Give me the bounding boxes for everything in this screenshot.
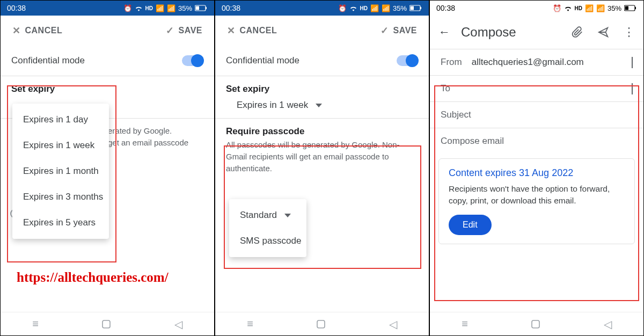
expiry-option-1month[interactable]: Expires in 1 month [12,158,109,184]
battery-icon [409,5,422,11]
check-icon: ✓ [166,25,174,36]
status-icons: ⏰ HD 📶 📶 35% [338,4,422,12]
nav-home-icon[interactable] [102,320,111,328]
watermark-url: https://alltechqueries.com/ [17,270,169,285]
confidential-toggle[interactable] [397,55,418,66]
more-icon[interactable]: ⋮ [623,25,635,39]
volte-icon: HD [360,5,368,11]
chevron-down-icon [632,83,633,94]
status-icons: ⏰ HD 📶 📶 35% [123,4,208,12]
send-icon[interactable] [597,26,609,38]
expiry-dropdown[interactable]: Expires in 1 week [215,97,429,118]
svg-rect-7 [317,320,325,328]
status-bar: 00:38 ⏰ HD 📶 📶 35% [430,1,643,16]
expiry-option-1week[interactable]: Expires in 1 week [12,133,109,158]
confidential-expires-title: Content expires 31 Aug 2022 [449,167,625,179]
phone-screenshot-2: 00:38 ⏰ HD 📶 📶 35% ✕ CANCEL ✓ SAVE Confi… [215,0,429,336]
expiry-option-3months[interactable]: Expires in 3 months [12,184,109,210]
body-row[interactable]: Compose email [430,128,643,154]
passcode-option-sms[interactable]: SMS passcode [229,228,306,254]
wifi-icon [349,5,357,11]
alarm-icon: ⏰ [123,4,132,12]
status-icons: ⏰ HD 📶 📶 35% [553,4,637,12]
passcode-title: Require passcode [215,119,429,139]
set-expiry-title: Set expiry [1,76,214,97]
signal-icon: 📶 [370,4,379,12]
nav-home-icon[interactable] [531,320,540,328]
action-bar: ✕ CANCEL ✓ SAVE [215,16,429,46]
cancel-button[interactable]: ✕ CANCEL [227,25,277,36]
volte-icon: HD [145,5,153,11]
save-button[interactable]: ✓ SAVE [380,25,417,36]
confidential-expires-desc: Recipients won't have the option to forw… [449,183,625,206]
caret-down-icon [284,214,291,217]
battery-text: 35% [393,4,407,12]
close-icon: ✕ [227,25,236,36]
attach-icon[interactable] [572,26,583,38]
cancel-button[interactable]: ✕ CANCEL [12,25,62,36]
edit-button[interactable]: Edit [449,215,492,235]
svg-rect-11 [532,320,539,328]
passcode-menu: Standard SMS passcode [229,199,306,257]
phone-screenshot-1: 00:38 ⏰ HD 📶 📶 35% ✕ CANCEL ✓ SAVE Confi… [0,0,215,336]
svg-rect-2 [196,6,200,10]
nav-recent-icon[interactable]: ≡ [32,318,39,330]
confidential-info-box: Content expires 31 Aug 2022 Recipients w… [438,158,635,244]
battery-text: 35% [178,4,192,12]
subject-placeholder: Subject [441,109,471,120]
svg-rect-3 [103,320,110,328]
caret-down-icon [316,104,322,107]
svg-rect-10 [625,6,629,10]
check-icon: ✓ [380,25,389,36]
passcode-option-standard[interactable]: Standard [229,202,306,228]
compose-title: Compose [461,25,561,40]
confidential-mode-row: Confidential mode [215,46,429,76]
to-row[interactable]: To [430,76,643,101]
battery-icon [195,5,208,11]
nav-recent-icon[interactable]: ≡ [247,318,253,330]
expiry-menu: Expires in 1 day Expires in 1 week Expir… [12,104,109,239]
compose-header: ← Compose ⋮ [430,16,643,49]
chevron-down-icon [632,57,633,68]
status-time: 00:38 [436,4,455,12]
nav-back-icon[interactable]: ◁ [174,318,182,331]
nav-recent-icon[interactable]: ≡ [462,318,468,330]
nav-home-icon[interactable] [317,320,325,328]
nav-back-icon[interactable]: ◁ [604,318,612,331]
confidential-label: Confidential mode [11,55,85,66]
back-icon[interactable]: ← [438,25,450,39]
svg-rect-1 [206,7,207,9]
confidential-toggle[interactable] [182,55,203,66]
from-label: From [441,57,462,68]
svg-rect-9 [635,7,636,9]
battery-text: 35% [608,4,621,12]
alarm-icon: ⏰ [553,4,561,12]
confidential-label: Confidential mode [226,55,299,66]
status-time: 00:38 [222,4,240,12]
signal-icon: 📶 [585,4,594,12]
set-expiry-title: Set expiry [215,76,429,97]
signal-icon: 📶 [156,4,164,12]
nav-bar: ≡ ◁ [215,312,429,335]
alarm-icon: ⏰ [338,4,347,12]
subject-row[interactable]: Subject [430,102,643,128]
from-row[interactable]: From alltechqueries1@gmail.com [430,49,643,75]
nav-bar: ≡ ◁ [1,312,214,335]
nav-bar: ≡ ◁ [430,312,643,335]
wifi-icon [564,5,572,11]
nav-back-icon[interactable]: ◁ [389,318,397,331]
to-label: To [441,83,450,94]
from-value: alltechqueries1@gmail.com [472,57,584,68]
close-icon: ✕ [12,25,21,36]
expiry-option-1day[interactable]: Expires in 1 day [12,107,109,133]
volte-icon: HD [575,5,582,11]
status-bar: 00:38 ⏰ HD 📶 📶 35% [215,1,429,16]
status-bar: 00:38 ⏰ HD 📶 📶 35% [1,1,214,16]
wifi-icon [135,5,143,11]
save-button[interactable]: ✓ SAVE [166,25,202,36]
expiry-option-5years[interactable]: Expires in 5 years [12,210,109,236]
body-placeholder: Compose email [441,136,504,147]
phone-screenshot-3: 00:38 ⏰ HD 📶 📶 35% ← Compose ⋮ From allt… [429,0,644,336]
confidential-mode-row: Confidential mode [1,46,214,76]
battery-icon [624,5,637,11]
